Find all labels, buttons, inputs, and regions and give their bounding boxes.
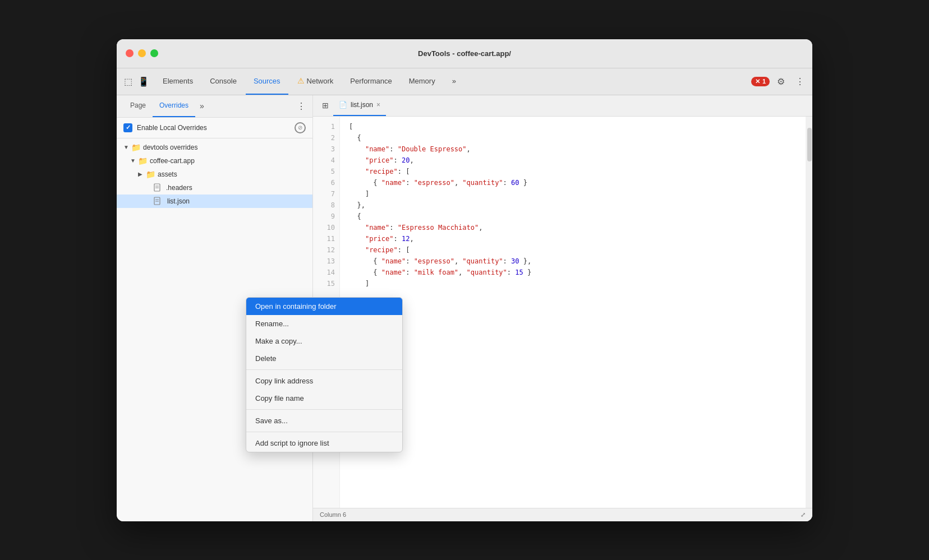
line-num-3: 3: [313, 144, 339, 155]
code-line-8: },: [349, 200, 803, 211]
tree-label: list.json: [167, 197, 190, 205]
editor-tab-close[interactable]: ×: [376, 101, 380, 109]
line-num-9: 9: [313, 211, 339, 222]
code-line-12: "recipe": [: [349, 244, 803, 256]
line-num-7: 7: [313, 188, 339, 200]
ctx-save-as[interactable]: Save as...: [246, 412, 402, 429]
code-line-14: { "name": "milk foam", "quantity": 15 }: [349, 267, 803, 278]
editor-tab-label: list.json: [351, 101, 373, 109]
panel-tab-page[interactable]: Page: [123, 95, 153, 117]
code-line-3: "name": "Double Espresso",: [349, 144, 803, 155]
folder-icon: 📁: [138, 156, 148, 165]
tree-item-listjson[interactable]: ▶ list.json: [117, 195, 312, 208]
enable-overrides-checkbox[interactable]: [123, 123, 132, 132]
tab-memory[interactable]: Memory: [401, 68, 443, 95]
file-tab-icon: 📄: [339, 101, 347, 109]
tab-network[interactable]: ⚠ Network: [289, 68, 342, 95]
ctx-make-copy[interactable]: Make a copy...: [246, 332, 402, 350]
ctx-delete[interactable]: Delete: [246, 350, 402, 367]
folder-icon: 📁: [131, 143, 141, 152]
line-num-10: 10: [313, 222, 339, 233]
line-num-4: 4: [313, 155, 339, 166]
error-badge[interactable]: ✕ 1: [751, 77, 770, 86]
tab-elements[interactable]: Elements: [155, 68, 201, 95]
line-num-15: 15: [313, 278, 339, 289]
inspect-icon[interactable]: ⬚: [121, 75, 135, 88]
tab-console[interactable]: Console: [202, 68, 245, 95]
panel-tab-overrides[interactable]: Overrides: [153, 95, 195, 117]
close-button[interactable]: [126, 49, 134, 57]
tree-item-root[interactable]: ▼ 📁 devtools overrides: [117, 141, 312, 154]
editor-tab-listjson[interactable]: 📄 list.json ×: [333, 95, 386, 116]
ctx-copy-filename[interactable]: Copy file name: [246, 390, 402, 407]
minimize-button[interactable]: [138, 49, 146, 57]
code-line-15: ]: [349, 278, 803, 289]
tab-performance[interactable]: Performance: [342, 68, 399, 95]
devtools-body: Page Overrides » ⋮ Enable Local Override…: [117, 95, 812, 521]
tab-sources[interactable]: Sources: [246, 68, 288, 95]
ctx-open-folder[interactable]: Open in containing folder: [246, 298, 402, 315]
file-icon-listjson: [154, 197, 162, 206]
code-line-4: "price": 20,: [349, 155, 803, 166]
left-panel: Page Overrides » ⋮ Enable Local Override…: [117, 95, 313, 521]
settings-button[interactable]: ⚙: [773, 73, 789, 89]
code-line-13: { "name": "espresso", "quantity": 30 },: [349, 256, 803, 267]
more-options-button[interactable]: ⋮: [792, 73, 808, 89]
tree-item-coffee-cart[interactable]: ▼ 📁 coffee-cart.app: [117, 154, 312, 168]
code-line-1: [: [349, 121, 803, 132]
device-icon[interactable]: 📱: [137, 75, 150, 88]
context-menu: Open in containing folder Rename... Make…: [246, 297, 403, 452]
scrollbar-thumb[interactable]: [807, 128, 812, 161]
ctx-copy-link[interactable]: Copy link address: [246, 372, 402, 390]
panel-tabs: Page Overrides » ⋮: [117, 95, 312, 118]
line-num-14: 14: [313, 267, 339, 278]
panel-tab-more[interactable]: »: [195, 101, 209, 110]
ctx-divider-3: [246, 432, 402, 432]
code-line-10: "name": "Espresso Macchiato",: [349, 222, 803, 233]
devtools-tabs-list: Elements Console Sources ⚠ Network Perfo…: [155, 68, 464, 95]
code-line-2: {: [349, 132, 803, 144]
warning-icon: ⚠: [297, 76, 305, 85]
block-icon[interactable]: ⊘: [295, 122, 306, 133]
code-content[interactable]: [ { "name": "Double Espresso", "price": …: [340, 117, 812, 508]
scrollbar-track[interactable]: [806, 117, 812, 508]
code-line-6: { "name": "espresso", "quantity": 60 }: [349, 177, 803, 188]
devtools-right-controls: ✕ 1 ⚙ ⋮: [751, 73, 808, 89]
ctx-ignore-list[interactable]: Add script to ignore list: [246, 434, 402, 452]
status-bar: Column 6 ⤢: [313, 508, 812, 521]
line-num-6: 6: [313, 177, 339, 188]
title-bar: DevTools - coffee-cart.app/: [117, 39, 812, 68]
line-num-5: 5: [313, 166, 339, 177]
line-num-2: 2: [313, 132, 339, 144]
ctx-rename[interactable]: Rename...: [246, 315, 402, 332]
tree-label: .headers: [166, 184, 192, 192]
code-line-7: ]: [349, 188, 803, 200]
expand-icon[interactable]: ⤢: [801, 511, 806, 519]
tree-label: assets: [158, 170, 177, 178]
status-bar-right: ⤢: [801, 511, 806, 519]
window-title: DevTools - coffee-cart.app/: [418, 49, 511, 58]
line-num-8: 8: [313, 200, 339, 211]
line-num-12: 12: [313, 244, 339, 256]
override-row: Enable Local Overrides ⊘: [117, 118, 312, 138]
panel-menu-button[interactable]: ⋮: [297, 101, 306, 112]
devtools-window: DevTools - coffee-cart.app/ ⬚ 📱 Elements…: [117, 39, 812, 521]
tree-item-headers[interactable]: ▶ .headers: [117, 181, 312, 195]
devtools-tab-bar: ⬚ 📱 Elements Console Sources ⚠ Network P…: [117, 68, 812, 95]
line-num-13: 13: [313, 256, 339, 267]
ctx-divider-2: [246, 409, 402, 410]
tree-item-assets[interactable]: ▶ 📁 assets: [117, 168, 312, 181]
arrow-icon: ▶: [138, 171, 144, 177]
override-label: Enable Local Overrides: [137, 124, 290, 132]
maximize-button[interactable]: [150, 49, 158, 57]
ctx-divider-1: [246, 369, 402, 370]
editor-tabs: ⊞ 📄 list.json ×: [313, 95, 812, 117]
arrow-icon: ▼: [123, 144, 129, 150]
line-num-11: 11: [313, 233, 339, 244]
arrow-icon: ▼: [130, 158, 136, 164]
error-x: ✕: [755, 78, 760, 85]
tree-label: devtools overrides: [143, 144, 197, 151]
tab-more[interactable]: »: [444, 68, 464, 95]
toggle-sidebar-button[interactable]: ⊞: [318, 98, 333, 113]
traffic-lights: [126, 49, 158, 57]
